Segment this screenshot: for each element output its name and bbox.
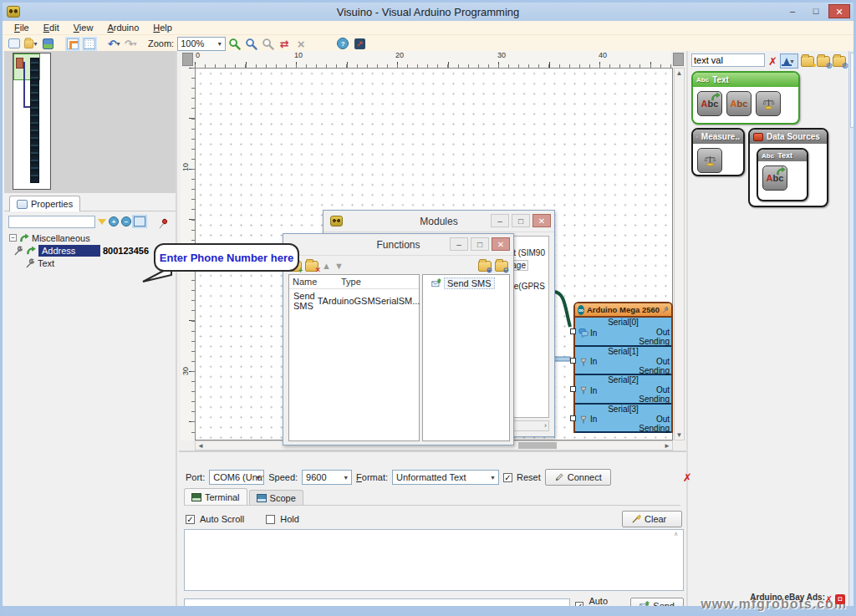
category-measure-header[interactable]: Measure.. (693, 130, 743, 144)
component-text-source[interactable]: Abc (762, 165, 787, 191)
category-data-sources-header[interactable]: Data Sources (750, 130, 827, 144)
scrollbar-thumb[interactable] (850, 53, 856, 128)
close-button[interactable]: ✕ (828, 4, 850, 18)
terminal-output[interactable] (184, 529, 684, 591)
serial0-sending-pin[interactable]: Sending (639, 337, 670, 346)
zoom-reset-button[interactable] (260, 37, 275, 50)
collapse-expander-icon[interactable]: − (9, 234, 17, 242)
column-type[interactable]: Type (338, 275, 364, 288)
open-project-button[interactable]: ▼ (23, 37, 38, 50)
clear-search-icon[interactable]: ✗ (768, 55, 777, 68)
category-text[interactable]: Abc Text Abc Abc (691, 71, 800, 125)
upload-arduino-button[interactable]: ↗ (352, 37, 367, 50)
reset-checkbox[interactable]: ✓ (503, 473, 512, 482)
arduino-mega-component[interactable]: ∞ Arduino Mega 2560 Serial[0] In Out Sen… (573, 302, 673, 433)
serial2-in-pin[interactable]: In (578, 385, 597, 395)
scroll-right-icon[interactable]: ► (664, 442, 670, 450)
refresh-button[interactable]: ⇄ (277, 37, 292, 50)
modules-title-bar[interactable]: Modules – □ ✕ (324, 211, 554, 232)
collapse-all-button[interactable]: ⊖ (495, 261, 508, 272)
palette-scrollbar[interactable] (848, 51, 856, 609)
scrollbar-thumb[interactable] (518, 442, 557, 449)
delete-button[interactable]: × (293, 37, 308, 50)
functions-window[interactable]: Functions – □ ✕ ＋ ✕ ▲ ▼ ⊕ ⊖ Name Type Se… (283, 233, 514, 445)
collapse-all-icon[interactable]: − (121, 216, 131, 227)
format-select[interactable]: Unformatted Text▼ (392, 470, 499, 485)
port-select[interactable]: COM6 (Unava▼ (209, 470, 264, 485)
component-formatted-text[interactable]: Abc (726, 91, 752, 116)
menu-view[interactable]: View (67, 22, 100, 33)
property-name-selected[interactable]: Address (38, 245, 100, 257)
connect-button[interactable]: Connect (545, 469, 611, 486)
tree-item-send-sms[interactable]: Send SMS (423, 275, 509, 289)
pushpin-icon[interactable] (161, 218, 168, 225)
wizard-button[interactable]: ▼ (780, 53, 798, 69)
tab-scope[interactable]: Scope (249, 490, 303, 505)
canvas-vertical-scrollbar[interactable]: ▲ ▼ (674, 68, 685, 440)
wrench-icon[interactable] (662, 305, 669, 315)
function-row[interactable]: Send SMS TArduinoGSMSerialSM... (289, 289, 419, 313)
zoom-out-button[interactable] (243, 37, 258, 50)
input-pin[interactable] (570, 386, 576, 392)
minimize-button[interactable]: – (450, 237, 468, 251)
input-pin[interactable] (570, 328, 576, 334)
serial1-sending-pin[interactable]: Sending (639, 366, 670, 375)
column-name[interactable]: Name (289, 275, 338, 288)
serial3-in-pin[interactable]: In (578, 415, 597, 425)
serial1-out-pin[interactable]: Out (656, 357, 670, 366)
auto-scroll-checkbox[interactable]: ✓ (186, 515, 195, 524)
tab-properties[interactable]: Properties (9, 196, 80, 211)
input-pin[interactable] (570, 415, 576, 421)
undo-button[interactable]: ↶▼ (107, 37, 122, 50)
speed-select[interactable]: 9600▼ (302, 470, 352, 485)
scroll-left-icon[interactable]: ◄ (197, 442, 204, 450)
adchoices-icon[interactable]: ◘ (835, 594, 845, 604)
panel-layout-icon[interactable] (134, 216, 145, 227)
project-overview-thumbnail[interactable] (4, 51, 176, 193)
maximize-button[interactable]: □ (512, 214, 530, 227)
serial3-sending-pin[interactable]: Sending (639, 424, 670, 433)
zoom-in-button[interactable] (227, 37, 242, 50)
clear-button[interactable]: Clear (622, 511, 682, 527)
component-measure[interactable] (697, 148, 722, 173)
expand-all-button[interactable]: ⊕ (478, 261, 492, 272)
redo-button[interactable]: ↷▼ (124, 37, 139, 50)
hold-checkbox[interactable] (266, 515, 275, 524)
maximize-button[interactable]: □ (471, 237, 489, 251)
scroll-down-icon[interactable]: ▼ (675, 431, 684, 439)
component-text-length[interactable] (756, 91, 781, 116)
menu-arduino[interactable]: Arduino (100, 22, 145, 33)
serial0-out-pin[interactable]: Out (656, 328, 670, 337)
category-measure[interactable]: Measure.. (691, 128, 745, 176)
component-text-value[interactable]: Abc (697, 91, 722, 116)
move-up-button[interactable]: ▲ (322, 261, 331, 271)
serial3-out-pin[interactable]: Out (656, 415, 670, 424)
category-data-sources[interactable]: Data Sources Abc Text Abc (748, 128, 828, 207)
close-button[interactable]: ✕ (492, 237, 510, 251)
tab-terminal[interactable]: Terminal (184, 488, 247, 505)
zoom-select[interactable]: 100%▼ (177, 37, 226, 51)
minimize-button[interactable]: – (491, 214, 509, 227)
route-wires-toggle[interactable] (65, 37, 80, 50)
web-download-button[interactable]: ◍ (833, 56, 846, 67)
web-components-button[interactable]: ◍ (817, 56, 830, 67)
category-text-header[interactable]: Abc Text (693, 73, 798, 87)
property-row-address[interactable]: Address 800123456 (4, 244, 176, 257)
tree-group-row[interactable]: − Miscellaneous (4, 232, 176, 244)
filter-funnel-icon[interactable] (98, 219, 106, 225)
subcategory-text[interactable]: Abc Text Abc (757, 148, 808, 201)
properties-filter-input[interactable] (8, 216, 95, 228)
property-value-address[interactable]: 800123456 (103, 246, 149, 256)
functions-title-bar[interactable]: Functions – □ ✕ (283, 234, 513, 256)
expand-all-icon[interactable]: + (109, 216, 119, 227)
delete-function-button[interactable]: ✕ (305, 261, 318, 272)
serial1-in-pin[interactable]: In (578, 357, 597, 367)
minimize-button[interactable]: – (782, 4, 803, 18)
serial0-in-pin[interactable]: In (578, 328, 597, 338)
scroll-right-icon[interactable]: › (544, 421, 547, 430)
help-web-button[interactable]: ? (335, 37, 350, 50)
scroll-up-icon[interactable]: ▲ (675, 69, 684, 77)
save-project-button[interactable] (40, 37, 55, 50)
grid-toggle[interactable] (82, 37, 97, 50)
close-button[interactable]: ✕ (532, 214, 551, 227)
